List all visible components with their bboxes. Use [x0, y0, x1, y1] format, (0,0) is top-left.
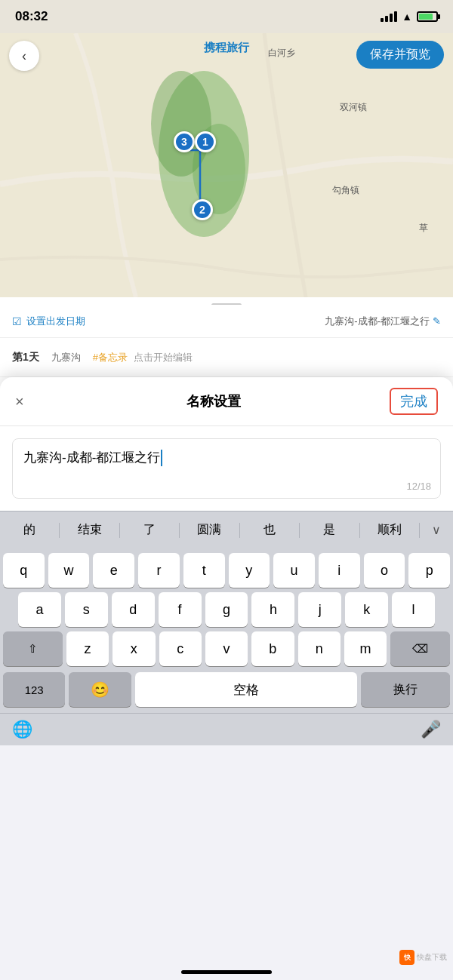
keyboard-accessory: 🌐 🎤	[0, 713, 453, 745]
map-marker-3: 3	[174, 131, 195, 152]
save-preview-button[interactable]: 保存并预览	[356, 41, 444, 69]
battery-icon	[417, 11, 438, 22]
watermark: 快 快盘下载	[399, 950, 447, 965]
key-u[interactable]: u	[273, 553, 315, 588]
suggestion-shunli[interactable]: 顺利	[360, 519, 419, 541]
key-g[interactable]: g	[205, 592, 248, 627]
map-label-cao: 草	[419, 222, 428, 235]
key-l[interactable]: l	[392, 592, 435, 627]
space-key[interactable]: 空格	[135, 672, 357, 707]
suggestion-expand-icon[interactable]: ∨	[420, 520, 453, 540]
return-key[interactable]: 换行	[361, 672, 450, 707]
day-label: 第1天	[12, 351, 39, 364]
calendar-icon: ☑	[12, 315, 22, 327]
keyboard-row-2: a s d f g h j k l	[0, 588, 453, 627]
map-svg	[0, 33, 453, 320]
mic-icon[interactable]: 🎤	[421, 720, 441, 739]
key-j[interactable]: j	[298, 592, 341, 627]
key-b[interactable]: b	[251, 631, 294, 666]
suggestion-yuanman[interactable]: 圆满	[180, 519, 239, 541]
key-i[interactable]: i	[319, 553, 360, 588]
key-e[interactable]: e	[93, 553, 134, 588]
input-value: 九寨沟-成都-都江堰之行	[23, 448, 160, 468]
dialog-close-button[interactable]: ×	[15, 393, 38, 410]
set-date-button[interactable]: ☑ 设置出发日期	[12, 315, 85, 328]
name-dialog-overlay: × 名称设置 完成 九寨沟-成都-都江堰之行 12/18 的 结束 了 圆满 也…	[0, 377, 453, 980]
key-o[interactable]: o	[364, 553, 405, 588]
map-marker-1: 1	[195, 131, 216, 152]
key-m[interactable]: m	[344, 631, 387, 666]
map-label-baihe: 白河乡	[268, 47, 295, 60]
key-f[interactable]: f	[159, 592, 202, 627]
wifi-icon: ▲	[402, 11, 412, 23]
edit-icon: ✎	[433, 315, 441, 327]
keyboard-row-4: 123 😊 空格 换行	[0, 666, 453, 713]
key-h[interactable]: h	[251, 592, 294, 627]
map-label-shuanghe: 双河镇	[340, 101, 367, 114]
char-count: 12/18	[406, 481, 431, 492]
suggestion-ye[interactable]: 也	[240, 519, 299, 541]
keyboard: q w e r t y u i o p a s d f g h j k	[0, 548, 453, 713]
key-z[interactable]: z	[66, 631, 109, 666]
backspace-key[interactable]: ⌫	[390, 631, 450, 666]
map-label-goujiao: 勾角镇	[332, 184, 359, 197]
text-cursor	[161, 450, 162, 466]
status-time: 08:32	[15, 9, 48, 24]
dialog-done-button[interactable]: 完成	[390, 388, 438, 415]
suggestion-bar: 的 结束 了 圆满 也 是 顺利 ∨	[0, 511, 453, 548]
suggestion-jieshu[interactable]: 结束	[60, 519, 119, 541]
watermark-logo: 快	[399, 950, 414, 965]
key-p[interactable]: p	[408, 553, 450, 588]
trip-name-link[interactable]: 九寨沟-成都-都江堰之行 ✎	[325, 315, 441, 328]
memo-placeholder: 点击开始编辑	[134, 351, 193, 364]
status-bar: 08:32 ▲	[0, 0, 453, 33]
map-area: 白河乡 双河镇 勾角镇 草 3 1 2	[0, 33, 453, 320]
memo-tag: #备忘录	[93, 351, 128, 364]
key-a[interactable]: a	[18, 592, 61, 627]
day-name: 九寨沟	[51, 351, 81, 364]
key-c[interactable]: c	[159, 631, 202, 666]
key-s[interactable]: s	[65, 592, 108, 627]
day-header: 第1天 九寨沟 #备忘录 点击开始编辑	[0, 338, 453, 377]
key-x[interactable]: x	[112, 631, 155, 666]
dialog-header: × 名称设置 完成	[0, 377, 453, 426]
key-v[interactable]: v	[205, 631, 248, 666]
suggestion-de[interactable]: 的	[0, 519, 59, 541]
watermark-text: 快盘下载	[417, 952, 447, 963]
dialog-title: 名称设置	[38, 392, 390, 410]
trip-name-text: 九寨沟-成都-都江堰之行	[325, 315, 430, 328]
home-indicator	[181, 970, 272, 974]
keyboard-row-3: ⇧ z x c v b n m ⌫	[0, 627, 453, 666]
numbers-key[interactable]: 123	[3, 672, 65, 707]
name-input-area[interactable]: 九寨沟-成都-都江堰之行 12/18	[12, 438, 441, 499]
suggestion-le[interactable]: 了	[120, 519, 179, 541]
key-n[interactable]: n	[298, 631, 341, 666]
signal-icon	[381, 11, 397, 22]
suggestion-shi[interactable]: 是	[300, 519, 359, 541]
key-y[interactable]: y	[229, 553, 270, 588]
key-w[interactable]: w	[48, 553, 90, 588]
name-dialog: × 名称设置 完成 九寨沟-成都-都江堰之行 12/18 的 结束 了 圆满 也…	[0, 377, 453, 745]
shift-key[interactable]: ⇧	[3, 631, 63, 666]
trip-info-bar: ☑ 设置出发日期 九寨沟-成都-都江堰之行 ✎	[0, 305, 453, 338]
key-q[interactable]: q	[3, 553, 45, 588]
keyboard-row-1: q w e r t y u i o p	[0, 548, 453, 588]
key-r[interactable]: r	[138, 553, 180, 588]
key-t[interactable]: t	[183, 553, 225, 588]
name-input-text: 九寨沟-成都-都江堰之行	[23, 448, 430, 468]
back-icon: ‹	[22, 48, 26, 64]
map-marker-2: 2	[192, 199, 213, 220]
status-icons: ▲	[381, 11, 438, 23]
back-button[interactable]: ‹	[9, 41, 39, 71]
app-logo: 携程旅行	[204, 41, 249, 55]
emoji-key[interactable]: 😊	[69, 672, 131, 707]
key-k[interactable]: k	[345, 592, 388, 627]
globe-icon[interactable]: 🌐	[12, 720, 32, 739]
date-label: 设置出发日期	[26, 315, 85, 328]
key-d[interactable]: d	[112, 592, 155, 627]
